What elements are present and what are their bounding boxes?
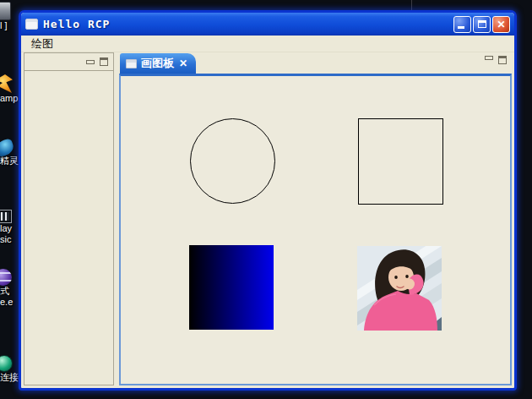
desktop-icon-label: sic <box>0 234 19 245</box>
minimize-icon <box>458 26 464 29</box>
maximize-button[interactable] <box>473 16 491 33</box>
menu-bar: 绘图 <box>21 36 514 52</box>
desktop-icon-connection[interactable]: 连接 <box>0 355 19 383</box>
desktop-icon-label: 式 <box>0 286 19 297</box>
view-toolbar <box>24 53 113 71</box>
app-window: Hello RCP ✕ 绘图 画图板 ✕ <box>19 10 517 391</box>
drawn-circle <box>190 118 275 204</box>
desktop-icon-printer[interactable]: l ] <box>0 2 19 31</box>
printer-icon <box>0 2 11 20</box>
view-content <box>24 71 113 385</box>
drawn-square <box>358 118 443 205</box>
tab-close-icon[interactable]: ✕ <box>178 58 188 68</box>
minimize-button[interactable] <box>453 16 471 33</box>
workbench: 画图板 ✕ <box>24 52 512 385</box>
editor-tab-label: 画图板 <box>141 56 174 71</box>
close-button[interactable]: ✕ <box>492 16 510 33</box>
eclipse-icon <box>0 269 12 286</box>
desktop-icon-column: l ] amp 精灵 lay sic 式 e.e 连接 <box>0 0 19 399</box>
girl-photo-illustration <box>357 246 442 331</box>
maximize-icon[interactable] <box>100 57 108 66</box>
editor-tab-icon <box>126 59 137 68</box>
tab-drawing-board[interactable]: 画图板 ✕ <box>120 53 196 74</box>
minimize-icon[interactable] <box>485 56 493 60</box>
drawn-photo <box>357 246 442 331</box>
editor-tab-bar: 画图板 ✕ <box>119 52 512 74</box>
music-player-icon <box>0 210 12 223</box>
app-window-icon <box>25 19 38 30</box>
window-title: Hello RCP <box>43 18 453 30</box>
desktop-icon-label: 连接 <box>0 372 19 383</box>
winamp-icon <box>0 74 13 93</box>
connection-icon <box>0 355 13 372</box>
menu-item-draw[interactable]: 绘图 <box>28 36 57 52</box>
editor-area: 画图板 ✕ <box>119 52 512 385</box>
desktop-icon-winamp[interactable]: amp <box>0 74 19 104</box>
maximize-icon[interactable] <box>498 56 507 64</box>
desktop-icon-music-player[interactable]: lay sic <box>0 210 19 245</box>
editor-toolbar <box>485 56 507 64</box>
drawn-gradient-rect <box>189 245 274 330</box>
desktop-icon-label: amp <box>0 93 19 104</box>
left-view-panel <box>24 52 114 385</box>
desktop-icon-label: 精灵 <box>0 156 19 167</box>
desktop-icon-eclipse[interactable]: 式 e.e <box>0 269 19 308</box>
minimize-icon[interactable] <box>86 60 95 64</box>
title-bar[interactable]: Hello RCP ✕ <box>21 13 514 36</box>
desktop-icon-label: lay <box>0 223 19 234</box>
desktop-icon-sprite[interactable]: 精灵 <box>0 140 19 167</box>
desktop-icon-label: l ] <box>0 20 19 31</box>
maximize-icon <box>478 20 486 28</box>
drawing-canvas[interactable] <box>119 74 512 385</box>
desktop-artifact-line <box>411 0 412 10</box>
desktop-icon-label: e.e <box>0 297 19 308</box>
